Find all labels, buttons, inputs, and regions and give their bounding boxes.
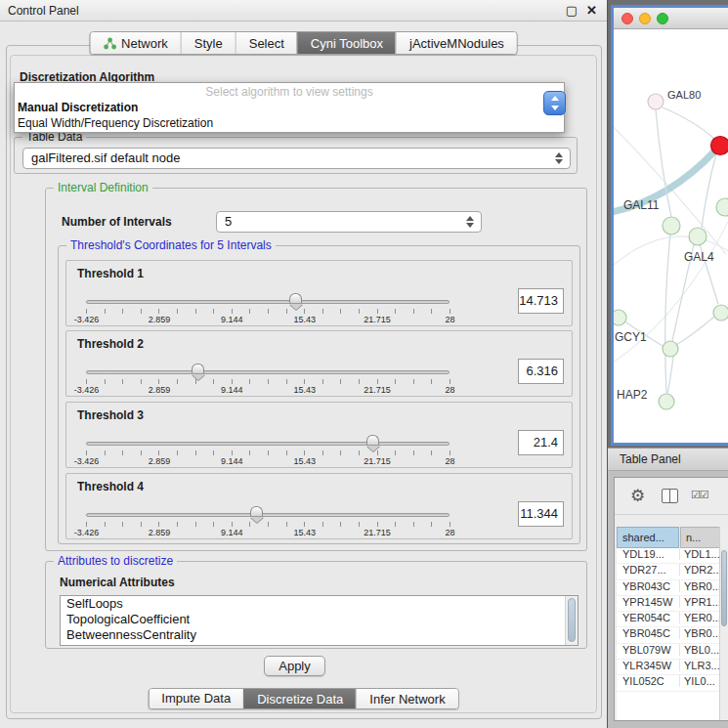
tab-jactivemnodules-label: jActiveMNodules	[409, 36, 504, 51]
table-scrollbar-thumb[interactable]	[721, 550, 727, 626]
network-canvas[interactable]: GAL80 GAL11 GAL4 GCY1 HAP2	[614, 29, 728, 443]
tab-impute-data[interactable]: Impute Data	[149, 689, 243, 708]
table-row[interactable]: YDR27...YDR2...	[617, 564, 722, 579]
table-row[interactable]: YBR043CYBR0...	[617, 580, 722, 596]
tab-cyni-toolbox[interactable]: Cyni Toolbox	[297, 32, 396, 54]
slider-ticks	[86, 379, 450, 384]
cell-name[interactable]: YLR3...	[679, 660, 720, 671]
slider-track[interactable]	[86, 300, 450, 304]
slider-track[interactable]	[86, 513, 450, 517]
list-scrollbar-thumb[interactable]	[568, 598, 576, 642]
attribute-list-item[interactable]: TopologicalCoefficient	[61, 612, 578, 627]
node-gcy1[interactable]	[614, 310, 626, 325]
node[interactable]	[663, 341, 678, 357]
columns-icon[interactable]	[662, 489, 678, 503]
minimize-traffic-light[interactable]	[639, 13, 651, 24]
attribute-list-item[interactable]: BetweennessCentrality	[61, 627, 578, 643]
float-window-icon[interactable]: ▢	[566, 3, 578, 18]
node-gal80[interactable]	[648, 94, 664, 109]
slider-scale: -3.4262.8599.14415.4321.71528	[66, 528, 470, 537]
numerical-attributes-list[interactable]: SelfLoopsTopologicalCoefficientBetweenne…	[60, 595, 578, 646]
table-row[interactable]: YLR345WYLR3...	[617, 660, 722, 675]
cell-name[interactable]: YPR1...	[679, 596, 720, 608]
attributes-group: Attributes to discretize Numerical Attri…	[45, 561, 587, 649]
node[interactable]	[716, 198, 728, 216]
node-label-hap2: HAP2	[617, 388, 648, 402]
slider-thumb[interactable]	[192, 364, 204, 373]
attribute-list-item[interactable]: SelfLoops	[61, 596, 578, 612]
close-traffic-light[interactable]	[621, 13, 633, 24]
tab-network[interactable]: Network	[90, 32, 181, 54]
cell-shared-name[interactable]: YBR045C	[617, 627, 679, 639]
cell-shared-name[interactable]: YPR145W	[617, 596, 679, 608]
tab-infer-network[interactable]: Infer Network	[356, 689, 457, 708]
slider-track[interactable]	[86, 370, 450, 374]
threshold-3-value-field[interactable]: 21.4	[518, 430, 564, 455]
number-of-intervals-combo[interactable]: 5	[216, 211, 482, 233]
node-gal11[interactable]	[663, 217, 680, 235]
tab-select-label: Select	[249, 36, 284, 51]
cell-name[interactable]: YDL1...	[679, 548, 720, 560]
slider-thumb[interactable]	[250, 506, 263, 516]
control-panel-titlebar: Control Panel ▢ ✕	[0, 0, 607, 21]
table-row[interactable]: YER054CYER0...	[617, 612, 722, 627]
threshold-4-value-field[interactable]: 11.344	[518, 501, 564, 527]
node-selected-red[interactable]	[711, 137, 728, 155]
tab-discretize-data[interactable]: Discretize Data	[243, 689, 356, 708]
slider-thumb[interactable]	[366, 435, 379, 445]
network-icon	[103, 37, 116, 50]
cell-shared-name[interactable]: YER054C	[617, 612, 679, 623]
interval-definition-group: Interval Definition Number of Intervals …	[45, 188, 587, 551]
zoom-traffic-light[interactable]	[657, 13, 668, 24]
node-hap2[interactable]	[659, 394, 674, 409]
cell-name[interactable]: YER0...	[679, 612, 720, 623]
table-rows: YDL19...YDL1... YDR27...YDR2... YBR043CY…	[617, 548, 722, 692]
table-panel-header[interactable]: Table Panel	[608, 448, 728, 471]
threshold-2-value-field[interactable]: 6.316	[518, 359, 564, 384]
cell-shared-name[interactable]: YBR043C	[617, 580, 679, 592]
number-of-intervals-label: Number of Intervals	[62, 215, 172, 229]
cell-shared-name[interactable]: YDR27...	[617, 564, 679, 576]
table-panel-title: Table Panel	[620, 452, 681, 466]
list-scrollbar[interactable]	[565, 596, 578, 645]
table-data-combo-value: galFiltered.sif default node	[31, 150, 180, 165]
cell-name[interactable]: YBR0...	[679, 627, 720, 639]
table-row[interactable]: YPR145WYPR1...	[617, 596, 722, 612]
threshold-1-value-field[interactable]: 14.713	[518, 288, 564, 314]
cell-name[interactable]: YDR2...	[679, 564, 720, 576]
thresholds-group-title: Threshold's Coordinates for 5 Intervals	[66, 238, 276, 252]
dropdown-item[interactable]: Manual Discretization	[15, 100, 564, 115]
column-header-shared-name[interactable]: shared...	[617, 527, 679, 548]
gear-icon[interactable]: ⚙	[630, 486, 645, 505]
slider-scale-label: 9.144	[212, 528, 252, 537]
slider-track[interactable]	[86, 442, 450, 446]
slider-scale-label: 2.859	[139, 456, 179, 466]
node-gal4[interactable]	[689, 228, 707, 245]
slider-scale-label: 28	[430, 456, 470, 466]
table-row[interactable]: YBR045CYBR0...	[617, 627, 722, 643]
tab-select[interactable]: Select	[236, 32, 297, 54]
cell-shared-name[interactable]: YLR345W	[617, 660, 679, 671]
algorithm-combo-arrows[interactable]	[543, 91, 566, 115]
cell-name[interactable]: YIL0...	[679, 675, 720, 687]
select-columns-icons[interactable]: ☑☑	[691, 489, 708, 501]
tab-style[interactable]: Style	[181, 32, 236, 54]
table-scrollbar[interactable]	[719, 527, 728, 720]
slider-scale-label: 28	[430, 385, 470, 395]
node[interactable]	[713, 305, 728, 321]
cell-name[interactable]: YBL0...	[679, 644, 720, 656]
apply-button[interactable]: Apply	[264, 656, 325, 676]
cell-shared-name[interactable]: YDL19...	[617, 548, 679, 560]
dropdown-item[interactable]: Equal Width/Frequency Discretization	[15, 115, 564, 131]
dropdown-item-list: Manual DiscretizationEqual Width/Frequen…	[15, 100, 564, 131]
table-row[interactable]: YBL079WYBL0...	[617, 644, 722, 660]
cell-shared-name[interactable]: YBL079W	[617, 644, 679, 656]
table-row[interactable]: YDL19...YDL1...	[617, 548, 722, 564]
cell-name[interactable]: YBR0...	[679, 580, 720, 592]
close-icon[interactable]: ✕	[586, 3, 597, 18]
tab-jactivemnodules[interactable]: jActiveMNodules	[396, 32, 517, 54]
cell-shared-name[interactable]: YIL052C	[617, 675, 679, 687]
table-data-combo[interactable]: galFiltered.sif default node	[22, 148, 571, 169]
slider-thumb[interactable]	[289, 293, 302, 303]
table-row[interactable]: YIL052CYIL0...	[617, 675, 722, 691]
